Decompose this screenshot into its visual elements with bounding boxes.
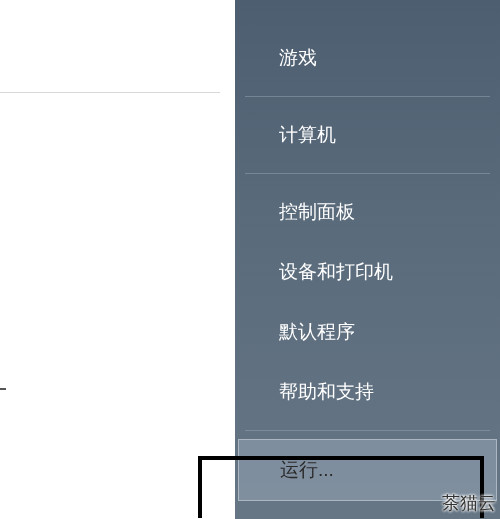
- menu-label: 控制面板: [279, 199, 355, 225]
- menu-separator: [245, 173, 490, 174]
- menu-label: 帮助和支持: [279, 379, 374, 405]
- menu-item-devices-printers[interactable]: 设备和打印机: [235, 242, 500, 302]
- left-dash-mark: [0, 388, 6, 390]
- left-divider: [0, 92, 220, 93]
- menu-label: 默认程序: [279, 319, 355, 345]
- menu-label: 设备和打印机: [279, 259, 393, 285]
- menu-separator: [245, 96, 490, 97]
- right-system-panel: 游戏 计算机 控制面板 设备和打印机 默认程序 帮助和支持 运行...: [235, 0, 500, 519]
- menu-item-games[interactable]: 游戏: [235, 28, 500, 88]
- menu-item-computer[interactable]: 计算机: [235, 105, 500, 165]
- menu-label: 游戏: [279, 45, 317, 71]
- menu-item-run[interactable]: 运行...: [238, 439, 497, 501]
- left-programs-panel: [0, 0, 235, 519]
- menu-label: 计算机: [279, 122, 336, 148]
- menu-item-default-programs[interactable]: 默认程序: [235, 302, 500, 362]
- menu-label: 运行...: [280, 457, 334, 483]
- menu-separator: [245, 430, 490, 431]
- menu-item-help-support[interactable]: 帮助和支持: [235, 362, 500, 422]
- start-menu-section: 游戏 计算机 控制面板 设备和打印机 默认程序 帮助和支持 运行...: [0, 0, 500, 519]
- menu-item-control-panel[interactable]: 控制面板: [235, 182, 500, 242]
